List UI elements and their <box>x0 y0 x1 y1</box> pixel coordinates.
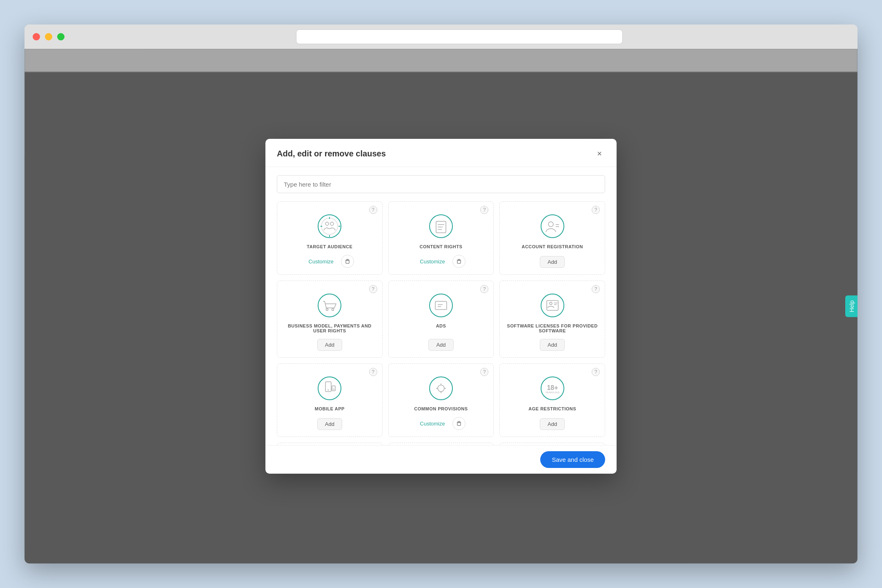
card-actions-mobile-app: Add <box>284 418 376 430</box>
card-common-provisions: ? COMMON PROVISIONS Cus <box>388 363 494 437</box>
icon-mobile-app <box>316 375 343 401</box>
delete-button-common-provisions[interactable] <box>452 417 466 430</box>
card-mobile-app: ? MOBILE APP Add <box>277 363 383 437</box>
card-software-licenses: ? SOFTWARE LICENSES FOR PROVIDED SOFTWAR… <box>499 281 605 358</box>
cards-grid: ? <box>277 201 605 445</box>
help-tab[interactable]: Help <box>845 296 858 317</box>
svg-point-29 <box>332 309 334 311</box>
icon-target-audience <box>316 213 343 239</box>
card-actions-age-restrictions: Add <box>506 418 598 430</box>
card-row4-col3: ? <box>499 443 605 445</box>
customize-button-content-rights[interactable]: Customize <box>416 257 448 266</box>
modal-footer: Save and close <box>265 445 617 474</box>
modal-close-button[interactable]: × <box>594 148 605 159</box>
filter-input[interactable] <box>277 175 605 193</box>
delete-button-target-audience[interactable] <box>341 255 354 268</box>
trash-icon-3 <box>456 421 462 426</box>
icon-ads <box>428 292 454 318</box>
svg-point-45 <box>438 385 444 392</box>
icon-account-registration <box>539 213 566 239</box>
card-title-account-registration: ACCOUNT REGISTRATION <box>521 244 583 249</box>
card-content-rights: ? CONTENT RIGHTS Customize <box>388 201 494 275</box>
add-button-mobile-app[interactable]: Add <box>317 418 342 430</box>
card-ads: ? ADS Add <box>388 281 494 358</box>
card-title-content-rights: CONTENT RIGHTS <box>420 244 463 249</box>
svg-point-36 <box>550 302 552 305</box>
modal-dialog: Add, edit or remove clauses × ? <box>265 139 617 474</box>
help-icon-common-provisions[interactable]: ? <box>480 368 488 376</box>
svg-point-1 <box>321 218 338 234</box>
trash-icon-2 <box>456 258 462 264</box>
card-actions-content-rights: Customize <box>395 255 487 268</box>
modal-body: ? <box>265 167 617 445</box>
customize-button-common-provisions[interactable]: Customize <box>416 419 448 428</box>
trash-icon <box>345 258 350 264</box>
help-icon-mobile-app[interactable]: ? <box>369 368 377 376</box>
traffic-light-red[interactable] <box>33 33 40 40</box>
svg-point-13 <box>430 215 452 238</box>
card-title-software-licenses: SOFTWARE LICENSES FOR PROVIDED SOFTWARE <box>506 323 598 333</box>
card-actions-target-audience: Customize <box>284 255 376 268</box>
svg-point-24 <box>548 222 553 227</box>
add-button-age-restrictions[interactable]: Add <box>540 418 565 430</box>
svg-rect-18 <box>457 261 461 263</box>
card-account-registration: ? ACCOUNT REGISTRATION Add <box>499 201 605 275</box>
card-title-common-provisions: COMMON PROVISIONS <box>414 406 468 411</box>
card-row4-col1: ? <box>277 443 383 445</box>
svg-point-39 <box>318 377 341 400</box>
add-button-account-registration[interactable]: Add <box>540 256 565 268</box>
help-icon-content-rights[interactable]: ? <box>480 206 488 214</box>
svg-rect-8 <box>346 261 349 263</box>
traffic-light-green[interactable] <box>57 33 65 40</box>
svg-point-3 <box>330 222 334 225</box>
help-icon-account-registration[interactable]: ? <box>592 206 600 214</box>
customize-button-target-audience[interactable]: Customize <box>305 257 337 266</box>
svg-point-27 <box>318 294 341 317</box>
icon-age-restrictions: 18+ YEARS OLD <box>539 375 566 401</box>
svg-point-30 <box>430 294 452 317</box>
card-row4-col2: ? <box>388 443 494 445</box>
delete-button-content-rights[interactable] <box>452 255 466 268</box>
help-icon-software-licenses[interactable]: ? <box>592 285 600 293</box>
card-age-restrictions: ? 18+ YEARS OLD AGE RESTRICTIONS Add <box>499 363 605 437</box>
browser-window: Help Add, edit or remove clauses × ? <box>24 24 858 564</box>
card-actions-ads: Add <box>395 339 487 351</box>
modal-overlay: Add, edit or remove clauses × ? <box>24 49 858 564</box>
card-actions-account-registration: Add <box>506 256 598 268</box>
browser-titlebar <box>24 24 858 49</box>
svg-text:18+: 18+ <box>547 384 558 391</box>
svg-point-44 <box>430 377 452 400</box>
svg-point-34 <box>541 294 564 317</box>
card-title-business-model: BUSINESS MODEL, PAYMENTS AND USER RIGHTS <box>284 323 376 333</box>
add-button-software-licenses[interactable]: Add <box>540 339 565 351</box>
card-target-audience: ? <box>277 201 383 275</box>
help-icon-age-restrictions[interactable]: ? <box>592 368 600 376</box>
card-title-target-audience: TARGET AUDIENCE <box>307 244 352 249</box>
card-actions-software-licenses: Add <box>506 339 598 351</box>
card-title-mobile-app: MOBILE APP <box>315 406 345 411</box>
add-button-business-model[interactable]: Add <box>317 339 342 351</box>
icon-common-provisions <box>428 375 454 401</box>
card-business-model: ? BUSINESS MODEL, PAYMENTS AND USER RIGH… <box>277 281 383 358</box>
traffic-light-yellow[interactable] <box>45 33 52 40</box>
svg-point-2 <box>325 222 329 225</box>
help-icon-business-model[interactable]: ? <box>369 285 377 293</box>
svg-rect-31 <box>435 301 447 310</box>
icon-content-rights <box>428 213 454 239</box>
help-icon-ads[interactable]: ? <box>480 285 488 293</box>
icon-business-model <box>316 292 343 318</box>
svg-point-28 <box>326 309 328 311</box>
card-title-age-restrictions: AGE RESTRICTIONS <box>528 406 576 411</box>
svg-text:YEARS OLD: YEARS OLD <box>545 391 559 394</box>
svg-rect-42 <box>332 386 335 391</box>
svg-rect-35 <box>547 301 558 310</box>
svg-rect-50 <box>457 423 461 425</box>
browser-content: Help Add, edit or remove clauses × ? <box>24 49 858 564</box>
card-actions-common-provisions: Customize <box>395 417 487 430</box>
address-bar[interactable] <box>296 29 623 44</box>
save-close-button[interactable]: Save and close <box>540 451 605 468</box>
add-button-ads[interactable]: Add <box>428 339 453 351</box>
modal-header: Add, edit or remove clauses × <box>265 139 617 167</box>
help-icon-target-audience[interactable]: ? <box>369 206 377 214</box>
card-actions-business-model: Add <box>284 339 376 351</box>
